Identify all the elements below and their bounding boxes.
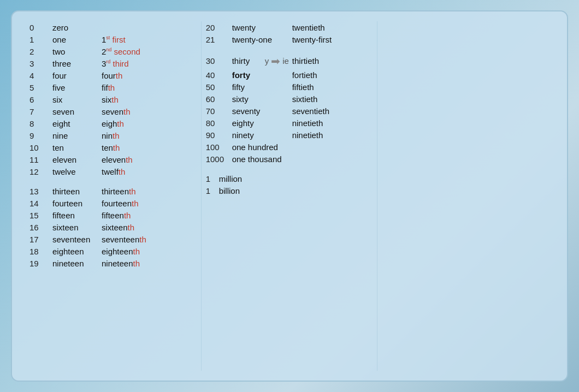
row-6: 6 six sixth	[29, 93, 197, 105]
ordinal-fifth: fifth	[102, 83, 115, 92]
num-50: 50	[206, 82, 232, 92]
word-seventeen: seventeen	[52, 235, 102, 244]
word-zero: zero	[52, 23, 102, 32]
row-70: 70 seventy seventieth	[206, 105, 373, 117]
row-9: 9 nine ninth	[29, 129, 197, 141]
num-10: 10	[29, 143, 52, 152]
num-8: 8	[29, 119, 52, 128]
word-nineteen: nineteen	[52, 259, 102, 268]
num-30: 30	[206, 56, 232, 66]
num-16: 16	[29, 223, 52, 232]
num-1-billion: 1	[206, 186, 217, 195]
num-100: 100	[206, 142, 232, 152]
num-14: 14	[29, 199, 52, 208]
ordinal-eightieth: ninetieth	[292, 118, 323, 128]
num-0: 0	[29, 23, 52, 32]
row-20: 20 twenty twentieth	[206, 21, 373, 33]
ordinal-sixtieth: sixtieth	[292, 94, 318, 104]
ordinal-twentieth: twentieth	[292, 23, 325, 32]
num-70: 70	[206, 106, 232, 116]
word-thirty: thirty	[232, 56, 265, 66]
arrow-y-to-ie: y ➡ ie	[265, 55, 289, 68]
ordinal-twelfth: twelfth	[102, 167, 125, 176]
ordinal-ninth: ninth	[102, 131, 120, 140]
word-fifty: fifty	[232, 82, 292, 92]
word-twenty-one: twenty-one	[232, 35, 292, 44]
num-17: 17	[29, 235, 52, 244]
row-12: 12 twelve twelfth	[29, 165, 197, 177]
ordinal-ninetieth: ninetieth	[292, 130, 323, 140]
row-16: 16 sixteen sixteenth	[29, 221, 197, 233]
word-one-thousand: one thousand	[232, 155, 292, 164]
num-4: 4	[29, 71, 52, 80]
num-15: 15	[29, 211, 52, 220]
word-seven: seven	[52, 107, 102, 116]
num-21: 21	[206, 35, 232, 44]
row-13: 13 thirteen thirteenth	[29, 185, 197, 197]
word-fifteen: fifteen	[52, 211, 102, 220]
ordinal-thirteenth: thirteenth	[102, 187, 136, 196]
word-twelve: twelve	[52, 167, 102, 176]
ordinal-tenth: tenth	[102, 143, 120, 152]
row-30: 30 thirty y ➡ ie thirtieth	[206, 53, 373, 69]
row-3: 3 three 3rd third	[29, 57, 197, 69]
row-billion: 1 billion	[206, 185, 373, 197]
word-million: million	[219, 174, 268, 183]
main-card: 0 zero 1 one 1st first 2 two 2nd second …	[11, 10, 568, 382]
row-40: 40 forty fortieth	[206, 69, 373, 81]
num-19: 19	[29, 259, 52, 268]
ordinal-thirtieth: thirtieth	[292, 56, 319, 66]
num-20: 20	[206, 23, 232, 32]
row-60: 60 sixty sixtieth	[206, 93, 373, 105]
ordinal-fiftieth: fiftieth	[292, 82, 314, 92]
row-1000: 1000 one thousand	[206, 153, 373, 165]
num-7: 7	[29, 107, 52, 116]
word-sixteen: sixteen	[52, 223, 102, 232]
row-10: 10 ten tenth	[29, 141, 197, 153]
ordinal-third: 3rd third	[102, 59, 129, 68]
word-billion: billion	[219, 186, 268, 195]
row-million: 1 million	[206, 173, 373, 185]
ordinal-nineteenth: nineteenth	[102, 259, 140, 268]
word-ninety: ninety	[232, 130, 292, 140]
row-0: 0 zero	[29, 21, 197, 33]
word-five: five	[52, 83, 102, 92]
row-11: 11 eleven eleventh	[29, 153, 197, 165]
word-three: three	[52, 59, 102, 68]
row-90: 90 ninety ninetieth	[206, 129, 373, 141]
ordinal-sixteenth: sixteenth	[102, 223, 134, 232]
num-60: 60	[206, 94, 232, 104]
ordinal-seventieth: seventieth	[292, 106, 329, 116]
ordinal-twenty-first: twenty-first	[292, 35, 332, 44]
row-100: 100 one hundred	[206, 141, 373, 153]
word-forty: forty	[232, 70, 292, 80]
word-fourteen: fourteen	[52, 199, 102, 208]
num-12: 12	[29, 167, 52, 176]
word-four: four	[52, 71, 102, 80]
word-thirteen: thirteen	[52, 187, 102, 196]
row-18: 18 eighteen eighteenth	[29, 245, 197, 257]
ordinal-fortieth: fortieth	[292, 70, 317, 80]
word-sixty: sixty	[232, 94, 292, 104]
ordinal-first: 1st first	[102, 35, 126, 44]
word-ten: ten	[52, 143, 102, 152]
num-40: 40	[206, 70, 232, 80]
word-two: two	[52, 47, 102, 56]
row-19: 19 nineteen nineteenth	[29, 257, 197, 269]
word-eighty: eighty	[232, 118, 292, 128]
word-twenty: twenty	[232, 23, 292, 32]
num-11: 11	[29, 155, 52, 164]
row-21: 21 twenty-one twenty-first	[206, 33, 373, 45]
row-7: 7 seven seventh	[29, 105, 197, 117]
num-5: 5	[29, 83, 52, 92]
ordinal-fourteenth: fourteenth	[102, 199, 139, 208]
ordinal-sixth: sixth	[102, 95, 119, 104]
column-1: 0 zero 1 one 1st first 2 two 2nd second …	[25, 21, 202, 371]
row-8: 8 eight eighth	[29, 117, 197, 129]
ordinal-fourth: fourth	[102, 71, 122, 80]
row-1: 1 one 1st first	[29, 33, 197, 45]
num-1-million: 1	[206, 174, 217, 183]
num-1: 1	[29, 35, 52, 44]
row-50: 50 fifty fiftieth	[206, 81, 373, 93]
column-3	[377, 21, 554, 371]
